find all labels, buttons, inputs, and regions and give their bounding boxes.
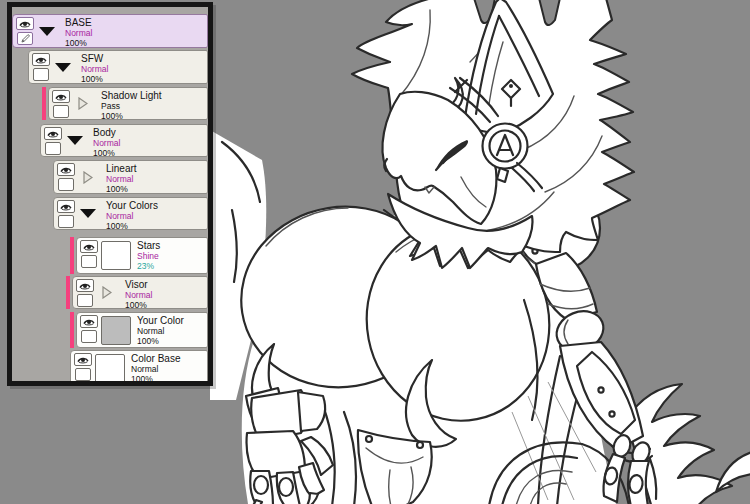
group-thumbnail[interactable] — [45, 142, 61, 155]
layer-opacity: 100% — [131, 374, 180, 381]
layer-name: Your Colors — [106, 200, 158, 211]
layer-row-visor[interactable]: Visor Normal 100% — [72, 276, 208, 309]
eye-icon — [82, 242, 96, 252]
layer-opacity: 100% — [106, 221, 158, 231]
layer-mode: Normal — [81, 64, 108, 74]
collapse-triangle-icon[interactable] — [76, 198, 100, 229]
layer-row-shadow-light[interactable]: Shadow Light Pass 100% — [48, 87, 208, 120]
collapse-triangle-icon[interactable] — [51, 51, 75, 83]
eye-icon — [54, 92, 68, 102]
group-thumbnail[interactable] — [53, 105, 69, 118]
collapsed-triangle — [102, 286, 112, 299]
eye-icon — [34, 55, 48, 65]
layer-opacity: 100% — [65, 38, 92, 48]
layer-mode: Normal — [137, 326, 184, 336]
layer-opacity: 23% — [137, 261, 160, 271]
visibility-toggle[interactable] — [52, 90, 70, 103]
layer-opacity: 100% — [93, 148, 120, 158]
layer-mode: Normal — [106, 211, 158, 221]
layer-name: BASE — [65, 17, 92, 28]
layer-name: SFW — [81, 53, 108, 64]
layer-name: Lineart — [106, 163, 137, 174]
layer-opacity: 100% — [81, 74, 108, 84]
layer-opacity: 100% — [125, 300, 152, 310]
group-thumbnail[interactable] — [58, 178, 74, 191]
eye-icon — [78, 281, 92, 291]
eye-icon — [59, 202, 73, 212]
layer-thumbnail[interactable] — [95, 354, 125, 381]
clip-indicator — [70, 237, 74, 274]
layer-mode: Pass — [101, 101, 162, 111]
layer-name: Stars — [137, 240, 160, 251]
layer-row-your-color[interactable]: Your Color Normal 100% — [76, 312, 208, 348]
layer-row-base[interactable]: BASE Normal 100% — [12, 14, 208, 48]
expand-triangle-icon[interactable] — [71, 88, 95, 119]
collapsed-triangle — [83, 171, 93, 184]
mask-thumbnail[interactable] — [81, 330, 97, 343]
visibility-toggle[interactable] — [76, 279, 94, 292]
layer-name: Color Base — [131, 353, 180, 364]
group-thumbnail[interactable] — [77, 294, 93, 307]
layer-thumbnail[interactable] — [101, 316, 131, 345]
mask-thumbnail[interactable] — [81, 255, 97, 268]
left-hand — [239, 388, 333, 504]
layer-row-body[interactable]: Body Normal 100% — [40, 124, 208, 157]
app-screen: BASE Normal 100% SFW Normal 100% — [0, 0, 750, 504]
eye-icon — [82, 317, 96, 327]
visibility-toggle[interactable] — [57, 200, 75, 213]
belly-plate — [358, 430, 432, 504]
visibility-toggle[interactable] — [44, 127, 62, 140]
expand-triangle-icon[interactable] — [95, 277, 119, 308]
group-thumbnail[interactable] — [33, 68, 49, 81]
clip-indicator — [42, 87, 46, 120]
layer-thumbnail[interactable] — [101, 241, 131, 270]
layer-opacity: 100% — [137, 336, 184, 346]
layer-name: Body — [93, 127, 120, 138]
eye-icon — [46, 129, 60, 139]
visibility-toggle[interactable] — [16, 17, 34, 30]
layer-mode: Normal — [93, 138, 120, 148]
layer-mode: Shine — [137, 251, 160, 261]
collapse-triangle-icon[interactable] — [35, 15, 59, 47]
visibility-toggle[interactable] — [32, 53, 50, 66]
layer-mode: Normal — [106, 174, 137, 184]
layer-mode: Normal — [131, 364, 180, 374]
layer-opacity: 100% — [101, 111, 162, 121]
layer-opacity: 100% — [106, 184, 137, 194]
pencil-icon — [20, 33, 31, 44]
visibility-toggle[interactable] — [80, 240, 98, 253]
layer-name: Shadow Light — [101, 90, 162, 101]
layer-row-your-colors[interactable]: Your Colors Normal 100% — [53, 197, 208, 230]
layer-name: Your Color — [137, 315, 184, 326]
clip-indicator — [66, 276, 70, 309]
expand-triangle-icon[interactable] — [76, 161, 100, 193]
eye-icon — [59, 165, 73, 175]
layer-mode: Normal — [125, 290, 152, 300]
collapsed-triangle — [78, 97, 88, 110]
clip-indicator — [70, 312, 74, 348]
edit-mode-toggle[interactable] — [17, 32, 33, 45]
eye-icon — [76, 355, 90, 365]
visibility-toggle[interactable] — [57, 163, 75, 176]
layer-mode: Normal — [65, 28, 92, 38]
layer-name: Visor — [125, 279, 152, 290]
layer-row-lineart[interactable]: Lineart Normal 100% — [53, 160, 208, 194]
visibility-toggle[interactable] — [74, 353, 92, 366]
layer-row-stars[interactable]: Stars Shine 23% — [76, 237, 208, 274]
eye-icon — [18, 19, 32, 29]
mask-thumbnail[interactable] — [75, 368, 91, 381]
collapse-triangle-icon[interactable] — [63, 125, 87, 156]
group-thumbnail[interactable] — [58, 215, 74, 228]
layers-panel: BASE Normal 100% SFW Normal 100% — [7, 2, 213, 386]
visibility-toggle[interactable] — [80, 315, 98, 328]
layers-list: BASE Normal 100% SFW Normal 100% — [12, 7, 208, 381]
layer-row-color-base[interactable]: Color Base Normal 100% — [70, 350, 208, 381]
layer-row-sfw[interactable]: SFW Normal 100% — [28, 50, 208, 84]
